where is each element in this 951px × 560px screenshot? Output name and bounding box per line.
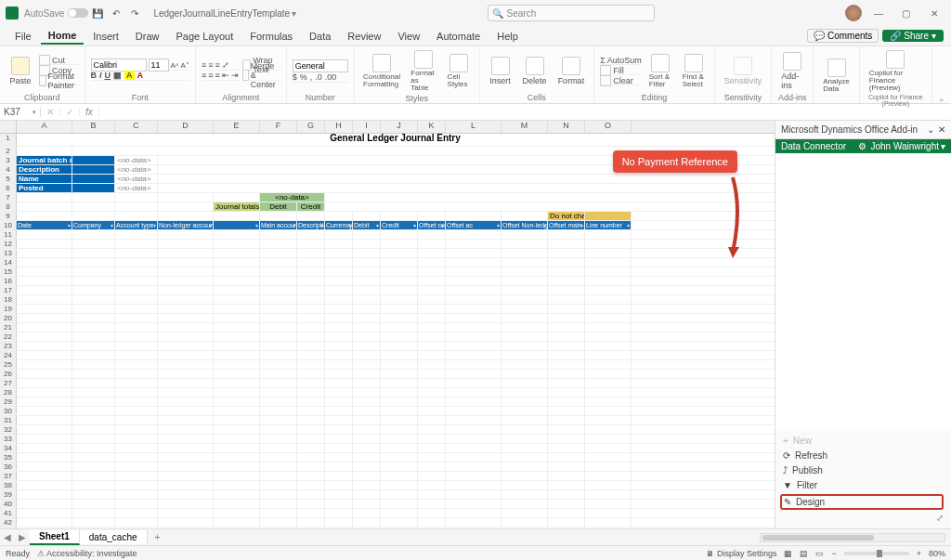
row-header[interactable]: 5 [0, 175, 17, 183]
filter-action[interactable]: ▼Filter [783, 479, 944, 491]
cell[interactable] [585, 277, 632, 285]
cell[interactable] [548, 518, 585, 527]
cell[interactable] [548, 462, 585, 471]
publish-action[interactable]: ⤴Publish [783, 464, 944, 476]
cell[interactable] [502, 370, 548, 378]
expand-icon[interactable]: ⤢ [783, 513, 944, 523]
cell[interactable] [214, 277, 260, 285]
cell[interactable] [353, 212, 381, 220]
cell[interactable] [260, 518, 297, 527]
cell[interactable] [17, 490, 72, 499]
cell[interactable] [72, 490, 115, 499]
cell[interactable] [353, 388, 381, 397]
cell[interactable] [158, 295, 214, 304]
cell[interactable] [585, 527, 632, 528]
cell[interactable] [72, 481, 115, 489]
cell[interactable] [585, 509, 632, 517]
cell[interactable] [446, 435, 502, 443]
cell[interactable] [446, 277, 502, 285]
cell[interactable] [585, 518, 632, 527]
cell[interactable] [548, 397, 585, 406]
cell[interactable] [115, 407, 158, 415]
inc-decimal-icon[interactable]: .0 [315, 72, 322, 82]
cell[interactable] [158, 435, 214, 443]
cell[interactable] [17, 407, 72, 415]
cell[interactable] [17, 249, 72, 257]
cell[interactable] [446, 267, 502, 276]
save-icon[interactable]: 💾 [90, 6, 105, 20]
redo-icon[interactable]: ↷ [127, 6, 142, 20]
cell[interactable] [72, 342, 115, 350]
row-header[interactable]: 17 [0, 286, 17, 294]
addins-button[interactable]: Add-ins [777, 50, 807, 92]
delete-cells-button[interactable]: Delete [519, 55, 551, 87]
cell[interactable] [214, 397, 260, 406]
cell[interactable] [115, 193, 158, 202]
cell[interactable] [446, 314, 502, 322]
cell[interactable] [214, 230, 260, 239]
cell[interactable] [446, 342, 502, 350]
cell[interactable] [297, 332, 325, 341]
cell[interactable] [502, 323, 548, 332]
cell[interactable] [115, 351, 158, 359]
cell[interactable] [17, 360, 72, 369]
cell[interactable] [158, 416, 214, 424]
fill-color-button[interactable]: A [124, 71, 135, 80]
cell[interactable] [260, 462, 297, 471]
cell[interactable] [502, 509, 548, 517]
cell[interactable] [260, 407, 297, 415]
cell[interactable] [115, 472, 158, 480]
cell[interactable] [115, 518, 158, 527]
cell[interactable] [72, 500, 115, 508]
cell[interactable] [214, 509, 260, 517]
cell[interactable] [115, 490, 158, 499]
cell[interactable] [548, 490, 585, 499]
format-as-table-button[interactable]: Format as Table [407, 48, 439, 94]
horizontal-scrollbar[interactable] [760, 533, 945, 542]
cell[interactable] [297, 342, 325, 350]
col-header[interactable]: E [214, 121, 260, 133]
cell[interactable] [72, 305, 115, 313]
cell[interactable] [17, 295, 72, 304]
cell[interactable] [418, 472, 446, 480]
cell[interactable] [502, 388, 548, 397]
cell[interactable] [72, 230, 115, 239]
cell[interactable] [260, 295, 297, 304]
cell[interactable] [297, 323, 325, 332]
cell[interactable] [115, 286, 158, 294]
cell[interactable] [381, 379, 418, 387]
cell[interactable] [214, 267, 260, 276]
tab-formulas[interactable]: Formulas [242, 29, 300, 44]
cell[interactable] [325, 435, 353, 443]
cell[interactable] [214, 305, 260, 313]
cell[interactable] [418, 230, 446, 239]
cell[interactable] [297, 490, 325, 499]
cell[interactable] [325, 472, 353, 480]
tab-draw[interactable]: Draw [128, 29, 167, 44]
row-header[interactable]: 20 [0, 314, 17, 322]
cell[interactable] [115, 481, 158, 489]
cell[interactable] [72, 379, 115, 387]
cell[interactable] [446, 397, 502, 406]
cell[interactable] [381, 277, 418, 285]
cell[interactable] [502, 425, 548, 434]
cell[interactable] [418, 360, 446, 369]
cell[interactable] [17, 258, 72, 267]
cell[interactable] [158, 472, 214, 480]
cell[interactable] [446, 453, 502, 462]
cell[interactable] [548, 286, 585, 294]
cell[interactable] [214, 462, 260, 471]
cell[interactable] [17, 472, 72, 480]
row-header[interactable]: 35 [0, 453, 17, 462]
cell[interactable] [418, 490, 446, 499]
cell[interactable] [297, 314, 325, 322]
cell[interactable] [353, 481, 381, 489]
clear-button[interactable]: Clear [600, 76, 642, 85]
cell[interactable] [381, 305, 418, 313]
cell[interactable] [115, 323, 158, 332]
decrease-font-icon[interactable]: A˅ [181, 61, 189, 70]
cell[interactable] [214, 221, 260, 229]
cell[interactable] [214, 212, 260, 220]
cell[interactable] [418, 509, 446, 517]
cell[interactable] [353, 258, 381, 267]
